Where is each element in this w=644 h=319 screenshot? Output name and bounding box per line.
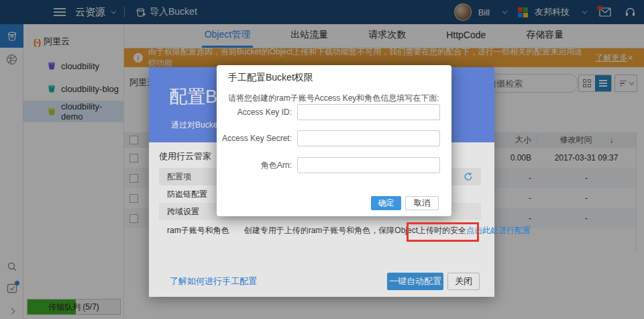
annotation-highlight-box — [407, 222, 479, 242]
app-window: 云资源 导入Bucket Bill 友邦科技 — [0, 0, 644, 319]
access-key-id-label: Access Key ID: — [217, 107, 292, 117]
role-arn-field[interactable] — [297, 157, 440, 173]
access-key-secret-field[interactable] — [297, 130, 440, 146]
ok-button[interactable]: 确定 — [371, 196, 401, 210]
role-arn-label: 角色Arn: — [217, 160, 292, 171]
manual-modal-title: 手工配置Bucket权限 — [228, 72, 451, 84]
access-key-secret-label: Access Key Secret: — [217, 134, 292, 143]
manual-config-modal: 手工配置Bucket权限 请将您创建的ram子账号Access Key和角色信息… — [217, 65, 451, 216]
access-key-id-field[interactable] — [297, 104, 440, 120]
cancel-button[interactable]: 取消 — [405, 196, 439, 210]
manual-modal-subtitle: 请将您创建的ram子账号Access Key和角色信息填写在下面: — [228, 93, 451, 104]
